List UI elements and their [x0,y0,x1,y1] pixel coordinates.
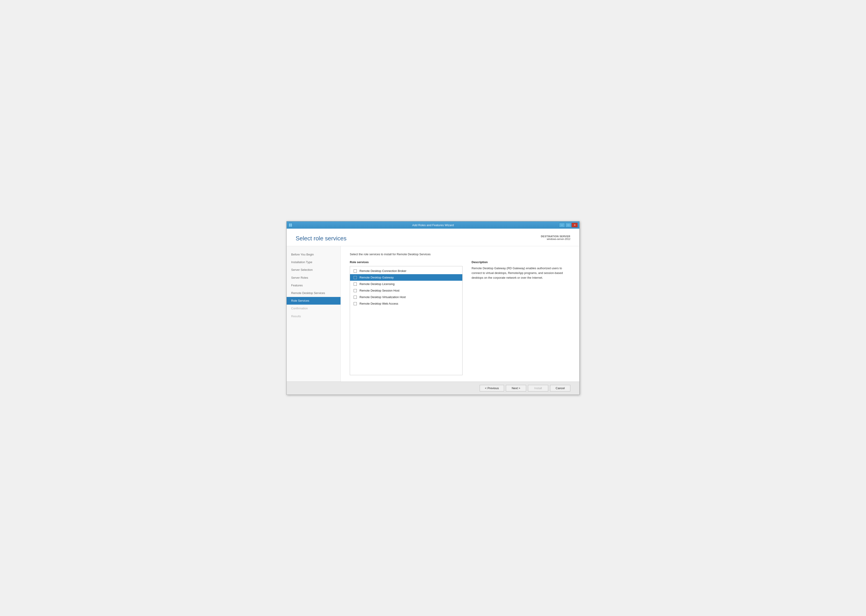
sidebar-item-results: Results [287,313,341,320]
service-rdcb[interactable]: Remote Desktop Connection Broker [350,268,462,274]
description-panel: Description Remote Desktop Gateway (RD G… [472,261,571,375]
service-rdvh[interactable]: Remote Desktop Virtualization Host [350,294,462,300]
role-services-heading: Role services [350,261,462,264]
sidebar-item-role-services[interactable]: Role Services [287,297,341,305]
role-services-panel: Role services Remote Desktop Connection … [350,261,462,375]
sidebar-item-before-you-begin[interactable]: Before You Begin [287,251,341,258]
sidebar-item-features[interactable]: Features [287,281,341,289]
service-rdgw-label: Remote Desktop Gateway [360,276,394,279]
service-rdsh[interactable]: Remote Desktop Session Host [350,287,462,294]
destination-info: DESTINATION SERVER windows-server-2012 [541,235,571,240]
sidebar-item-installation-type[interactable]: Installation Type [287,258,341,266]
checkbox-rdsh[interactable] [354,289,357,292]
checkbox-rdwa[interactable] [354,302,357,305]
footer-bar: < Previous Next > Install Cancel [287,382,579,394]
maximize-button[interactable]: □ [565,223,571,227]
service-rdcb-label: Remote Desktop Connection Broker [360,269,406,273]
install-button[interactable]: Install [528,385,548,391]
next-button[interactable]: Next > [506,385,526,391]
destination-label: DESTINATION SERVER [541,235,571,238]
service-rdgw[interactable]: Remote Desktop Gateway [350,274,462,281]
service-rdwa[interactable]: Remote Desktop Web Access [350,300,462,307]
description-text: Remote Desktop Gateway (RD Gateway) enab… [472,266,571,280]
description-heading: Description [472,261,571,264]
page-title: Select role services [295,235,346,242]
service-rdlic-label: Remote Desktop Licensing [360,282,394,286]
minimize-button[interactable]: − [559,223,565,227]
title-bar-left [288,223,292,227]
sidebar-item-server-roles[interactable]: Server Roles [287,274,341,281]
service-rdwa-label: Remote Desktop Web Access [360,302,398,305]
svg-rect-0 [289,224,290,225]
checkbox-rdgw[interactable] [354,276,357,279]
sidebar-item-server-selection[interactable]: Server Selection [287,266,341,274]
previous-button[interactable]: < Previous [480,385,504,391]
sidebar-item-remote-desktop-services[interactable]: Remote Desktop Services [287,289,341,297]
main-content: Select the role services to install for … [341,246,579,382]
svg-rect-3 [291,225,292,226]
two-column-layout: Role services Remote Desktop Connection … [350,261,571,375]
window-title: Add Roles and Features Wizard [412,223,454,227]
main-body: Before You Begin Installation Type Serve… [287,246,579,382]
service-rdlic[interactable]: Remote Desktop Licensing [350,281,462,287]
close-button[interactable]: ✕ [572,223,578,227]
services-list: Remote Desktop Connection Broker Remote … [350,266,462,375]
header-section: Select role services DESTINATION SERVER … [287,229,579,246]
title-bar-controls: − □ ✕ [559,223,578,227]
cancel-button[interactable]: Cancel [550,385,571,391]
service-rdsh-label: Remote Desktop Session Host [360,289,399,292]
checkbox-rdvh[interactable] [354,295,357,299]
service-rdvh-label: Remote Desktop Virtualization Host [360,295,406,299]
title-bar: Add Roles and Features Wizard − □ ✕ [287,222,579,229]
checkbox-rdcb[interactable] [354,269,357,273]
wizard-window: Add Roles and Features Wizard − □ ✕ Sele… [286,221,580,395]
svg-rect-1 [291,224,292,225]
app-icon [288,223,292,227]
destination-server: windows-server-2012 [541,238,571,240]
sidebar: Before You Begin Installation Type Serve… [287,246,341,382]
content-area: Select role services DESTINATION SERVER … [287,229,579,394]
sidebar-item-confirmation: Confirmation [287,305,341,312]
checkbox-rdlic[interactable] [354,283,357,286]
svg-rect-2 [289,225,290,226]
intro-text: Select the role services to install for … [350,253,571,256]
